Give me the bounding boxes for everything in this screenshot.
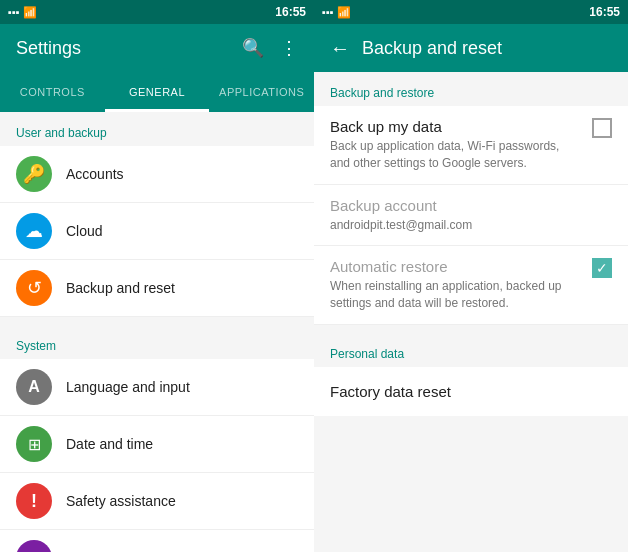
left-panel: ▪▪▪ 📶 16:55 Settings 🔍 ⋮ CONTROLS GENERA… <box>0 0 314 552</box>
wifi-icon: 📶 <box>23 6 37 19</box>
automatic-restore-row: Automatic restore When reinstalling an a… <box>330 258 612 312</box>
safety-icon: ! <box>16 483 52 519</box>
settings-list: User and backup 🔑 Accounts ☁ Cloud ↺ Bac… <box>0 112 314 552</box>
language-item[interactable]: A Language and input <box>0 359 314 416</box>
backup-my-data-checkbox[interactable] <box>592 118 612 138</box>
backup-my-data-subtitle: Back up application data, Wi-Fi password… <box>330 138 570 172</box>
safety-item[interactable]: ! Safety assistance <box>0 473 314 530</box>
backup-divider <box>314 325 628 333</box>
backup-my-data-text: Back up my data Back up application data… <box>330 118 570 172</box>
back-button[interactable]: ← <box>330 37 350 60</box>
right-status-icons: ▪▪▪ 📶 <box>322 6 351 19</box>
accounts-label: Accounts <box>66 166 124 182</box>
left-toolbar: Settings 🔍 ⋮ <box>0 24 314 72</box>
accessories-item[interactable]: ⊟ Accessories <box>0 530 314 552</box>
accounts-icon: 🔑 <box>16 156 52 192</box>
backup-account-title: Backup account <box>330 197 612 214</box>
settings-title: Settings <box>16 38 242 59</box>
factory-reset-item[interactable]: Factory data reset <box>314 367 628 416</box>
left-status-icons: ▪▪▪ 📶 <box>8 6 37 19</box>
backup-restore-header: Backup and restore <box>314 72 628 106</box>
checkbox-unchecked <box>592 118 612 138</box>
backup-icon: ↺ <box>16 270 52 306</box>
datetime-icon: ⊞ <box>16 426 52 462</box>
safety-label: Safety assistance <box>66 493 176 509</box>
checkbox-checked <box>592 258 612 278</box>
factory-reset-title: Factory data reset <box>330 383 612 400</box>
system-header: System <box>0 325 314 359</box>
cloud-label: Cloud <box>66 223 103 239</box>
backup-my-data-item[interactable]: Back up my data Back up application data… <box>314 106 628 185</box>
section-divider <box>0 317 314 325</box>
backup-item[interactable]: ↺ Backup and reset <box>0 260 314 317</box>
right-signal-icon: ▪▪▪ <box>322 6 334 18</box>
tab-general[interactable]: GENERAL <box>105 72 210 112</box>
language-icon: A <box>16 369 52 405</box>
left-toolbar-icons: 🔍 ⋮ <box>242 37 298 59</box>
more-options-icon[interactable]: ⋮ <box>280 37 298 59</box>
cloud-icon: ☁ <box>16 213 52 249</box>
backup-my-data-title: Back up my data <box>330 118 570 135</box>
datetime-item[interactable]: ⊞ Date and time <box>0 416 314 473</box>
right-status-bar: ▪▪▪ 📶 16:55 <box>314 0 628 24</box>
automatic-restore-title: Automatic restore <box>330 258 570 275</box>
right-wifi-icon: 📶 <box>337 6 351 19</box>
datetime-label: Date and time <box>66 436 153 452</box>
backup-account-subtitle: androidpit.test@gmail.com <box>330 217 570 234</box>
tab-controls[interactable]: CONTROLS <box>0 72 105 112</box>
signal-icon: ▪▪▪ <box>8 6 20 18</box>
language-label: Language and input <box>66 379 190 395</box>
tab-applications[interactable]: APPLICATIONS <box>209 72 314 112</box>
user-backup-header: User and backup <box>0 112 314 146</box>
automatic-restore-text: Automatic restore When reinstalling an a… <box>330 258 570 312</box>
search-icon[interactable]: 🔍 <box>242 37 264 59</box>
personal-data-header: Personal data <box>314 333 628 367</box>
accessories-icon: ⊟ <box>16 540 52 552</box>
backup-label: Backup and reset <box>66 280 175 296</box>
backup-my-data-row: Back up my data Back up application data… <box>330 118 612 172</box>
backup-account-item: Backup account androidpit.test@gmail.com <box>314 185 628 247</box>
automatic-restore-subtitle: When reinstalling an application, backed… <box>330 278 570 312</box>
right-status-time: 16:55 <box>589 5 620 19</box>
accounts-item[interactable]: 🔑 Accounts <box>0 146 314 203</box>
left-status-bar: ▪▪▪ 📶 16:55 <box>0 0 314 24</box>
right-panel: ▪▪▪ 📶 16:55 ← Backup and reset Backup an… <box>314 0 628 552</box>
backup-reset-title: Backup and reset <box>362 38 612 59</box>
settings-tabs: CONTROLS GENERAL APPLICATIONS <box>0 72 314 112</box>
automatic-restore-checkbox <box>592 258 612 278</box>
right-toolbar: ← Backup and reset <box>314 24 628 72</box>
backup-content: Backup and restore Back up my data Back … <box>314 72 628 552</box>
left-status-time: 16:55 <box>275 5 306 19</box>
cloud-item[interactable]: ☁ Cloud <box>0 203 314 260</box>
automatic-restore-item: Automatic restore When reinstalling an a… <box>314 246 628 325</box>
